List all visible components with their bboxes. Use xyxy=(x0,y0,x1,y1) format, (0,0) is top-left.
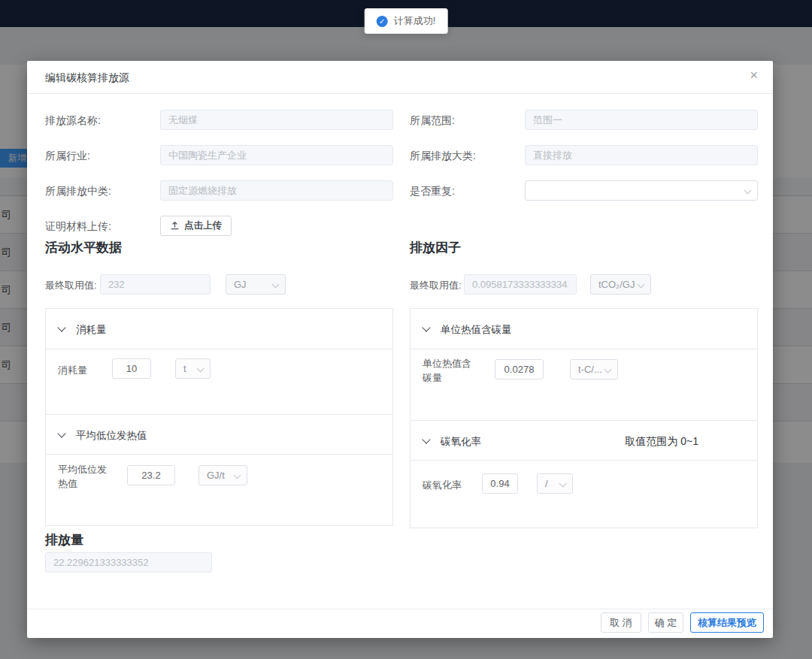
oxidation-rate-field-label: 碳氧化率 xyxy=(423,479,462,492)
scope-label: 所属范围: xyxy=(410,114,455,128)
activity-unit-value: GJ xyxy=(234,279,247,290)
edit-emission-source-dialog: 编辑碳核算排放源 × 排放源名称: 所属范围: 所属行业: 所属排放大类: 所属… xyxy=(27,61,773,638)
oxidation-rate-input[interactable] xyxy=(482,473,518,494)
factor-unit-select: tCO₂/GJ xyxy=(590,274,651,295)
emission-section-title: 排放量 xyxy=(45,531,83,549)
chevron-down-icon xyxy=(744,187,752,195)
close-icon[interactable]: × xyxy=(750,68,758,82)
chevron-down-icon xyxy=(272,281,280,289)
chevron-down-icon xyxy=(559,480,567,488)
chevron-down-icon xyxy=(422,323,430,331)
emission-amount-input xyxy=(45,552,212,573)
upload-icon xyxy=(170,221,180,231)
toast-message: 计算成功! xyxy=(394,14,436,28)
upload-label: 证明材料上传: xyxy=(45,220,111,234)
factor-final-label: 最终取用值: xyxy=(410,279,462,292)
heating-value-field-label: 平均低位发热值 xyxy=(58,462,114,491)
heating-value-unit-select[interactable]: GJ/t xyxy=(198,465,247,485)
major-category-label: 所属排放大类: xyxy=(410,150,476,163)
mid-category-label: 所属排放中类: xyxy=(45,185,111,198)
chevron-down-icon xyxy=(57,429,65,437)
source-name-input xyxy=(160,110,393,130)
heating-value-input[interactable] xyxy=(127,465,175,485)
panel-header-heating-value[interactable]: 平均低位发热值 xyxy=(46,414,392,455)
activity-unit-select: GJ xyxy=(226,274,286,295)
panel-header-oxidation-rate[interactable]: 碳氧化率 取值范围为 0~1 xyxy=(411,420,757,461)
footer-divider xyxy=(27,609,773,609)
panel-header-carbon-content[interactable]: 单位热值含碳量 xyxy=(411,309,757,349)
panel-title: 碳氧化率 xyxy=(441,435,481,449)
chevron-down-icon xyxy=(234,472,241,479)
consumption-input[interactable] xyxy=(112,358,151,379)
activity-panels-box: 消耗量 消耗量 t 平均低位发热值 平均低位发热值 GJ/t xyxy=(45,308,393,526)
dialog-header: 编辑碳核算排放源 × xyxy=(27,61,773,94)
preview-result-button[interactable]: 核算结果预览 xyxy=(690,612,764,633)
scope-input xyxy=(525,110,758,130)
activity-final-label: 最终取用值: xyxy=(45,279,97,292)
success-toast: ✓ 计算成功! xyxy=(365,8,448,34)
chevron-down-icon xyxy=(422,435,430,443)
major-category-input xyxy=(525,145,758,165)
factor-final-input xyxy=(464,274,577,295)
duplicate-label: 是否重复: xyxy=(410,185,455,198)
consumption-unit-value: t xyxy=(183,363,186,374)
mid-category-input xyxy=(160,180,393,201)
upload-button[interactable]: 点击上传 xyxy=(160,216,232,236)
carbon-content-input[interactable] xyxy=(495,359,544,379)
carbon-content-unit-select[interactable]: t-C/... xyxy=(570,359,618,379)
carbon-content-field-label: 单位热值含碳量 xyxy=(423,356,478,385)
activity-section-title: 活动水平数据 xyxy=(45,239,122,256)
carbon-content-unit-value: t-C/... xyxy=(578,364,602,375)
factor-unit-value: tCO₂/GJ xyxy=(598,279,635,290)
confirm-button[interactable]: 确 定 xyxy=(648,612,683,633)
factor-section-title: 排放因子 xyxy=(410,239,461,256)
panel-title: 单位热值含碳量 xyxy=(441,323,512,337)
industry-label: 所属行业: xyxy=(45,150,90,163)
panel-title: 平均低位发热值 xyxy=(76,429,147,443)
activity-final-input xyxy=(100,274,211,295)
chevron-down-icon xyxy=(604,366,612,373)
heating-value-unit-value: GJ/t xyxy=(207,470,225,481)
consumption-field-label: 消耗量 xyxy=(58,364,87,377)
duplicate-select[interactable] xyxy=(525,180,758,201)
source-name-label: 排放源名称: xyxy=(45,114,101,128)
chevron-down-icon xyxy=(197,365,205,373)
dialog-title: 编辑碳核算排放源 xyxy=(45,71,129,85)
cancel-button[interactable]: 取 消 xyxy=(601,612,641,633)
panel-title: 消耗量 xyxy=(76,323,107,337)
check-circle-icon: ✓ xyxy=(377,16,388,27)
chevron-down-icon xyxy=(638,281,645,289)
oxidation-rate-unit-select[interactable]: / xyxy=(537,473,573,494)
oxidation-range-note: 取值范围为 0~1 xyxy=(625,435,698,449)
chevron-down-icon xyxy=(57,323,65,331)
industry-input xyxy=(160,145,393,165)
screen: 新增 司 司 司 司 司 编辑碳核算排放源 × 排放源名称: 所属范围: 所属行… xyxy=(0,0,812,659)
oxidation-rate-unit-value: / xyxy=(545,478,548,489)
factor-panels-box: 单位热值含碳量 单位热值含碳量 t-C/... 碳氧化率 取值范围为 0~1 碳… xyxy=(410,308,758,528)
upload-button-label: 点击上传 xyxy=(184,219,222,232)
panel-header-consumption[interactable]: 消耗量 xyxy=(46,309,392,349)
consumption-unit-select[interactable]: t xyxy=(175,358,211,379)
